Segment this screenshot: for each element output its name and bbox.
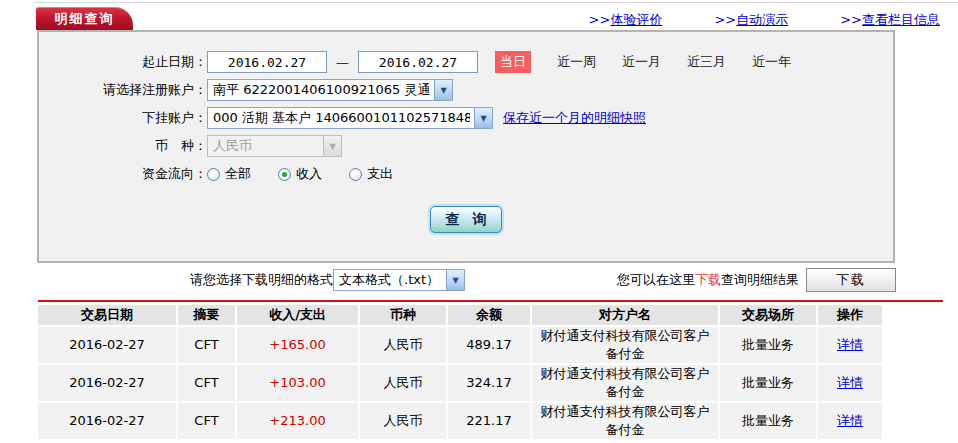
- col-header-currency: 币种: [360, 305, 446, 325]
- table-row: 2016-02-27 CFT +213.00 人民币 221.17 财付通支付科…: [38, 403, 882, 439]
- link-experience-rating[interactable]: >>体验评价: [589, 11, 663, 29]
- date-range-row: 起止日期： — 当日 近一周 近一月 近三月 近一年: [39, 48, 893, 76]
- currency-select-disabled: 人民币 ▼: [207, 135, 342, 157]
- cell-venue: 批量业务: [720, 365, 816, 401]
- register-account-row: 请选择注册账户： 南平 6222001406100921065 灵通卡 ▼: [39, 76, 893, 104]
- download-format-group: 请您选择下载明细的格式 文本格式（.txt） ▼: [190, 267, 465, 293]
- col-header-action: 操作: [818, 305, 882, 325]
- col-header-balance: 余额: [448, 305, 530, 325]
- register-account-label: 请选择注册账户：: [39, 81, 207, 99]
- link-text: 体验评价: [610, 12, 662, 27]
- download-hint-prefix: 您可以在这里: [617, 271, 695, 289]
- link-auto-demo[interactable]: >>自动演示: [714, 11, 788, 29]
- cell-summary: CFT: [178, 365, 235, 401]
- cell-amount: +103.00: [237, 365, 358, 401]
- top-links: >>体验评价 >>自动演示 >>查看栏目信息: [589, 11, 940, 29]
- col-header-amount: 收入/支出: [237, 305, 358, 325]
- cell-currency: 人民币: [360, 403, 446, 439]
- table-row: 2016-02-27 CFT +165.00 人民币 489.17 财付通支付科…: [38, 327, 882, 363]
- cell-summary: CFT: [178, 327, 235, 363]
- cell-counterparty: 财付通支付科技有限公司客户备付金: [532, 327, 718, 363]
- quick-range-year[interactable]: 近一年: [752, 53, 791, 71]
- table-row: 2016-02-27 CFT +103.00 人民币 324.17 财付通支付科…: [38, 365, 882, 401]
- quick-range-week[interactable]: 近一周: [557, 53, 596, 71]
- sub-account-row: 下挂账户： 000 活期 基本户 1406600101102571848 ▼ 保…: [39, 104, 893, 132]
- cell-summary: CFT: [178, 403, 235, 439]
- query-button[interactable]: 查 询: [430, 206, 502, 233]
- flow-option-label: 收入: [296, 165, 322, 183]
- cell-venue: 批量业务: [720, 327, 816, 363]
- cell-venue: 批量业务: [720, 403, 816, 439]
- cell-date: 2016-02-27: [38, 403, 176, 439]
- sub-account-select[interactable]: 000 活期 基本户 1406600101102571848 ▼: [207, 107, 493, 129]
- register-account-select[interactable]: 南平 6222001406100921065 灵通卡 ▼: [207, 79, 453, 101]
- col-header-summary: 摘要: [178, 305, 235, 325]
- cell-counterparty: 财付通支付科技有限公司客户备付金: [532, 365, 718, 401]
- radio-icon: [207, 168, 220, 181]
- col-header-venue: 交易场所: [720, 305, 816, 325]
- flow-option-label: 全部: [225, 165, 251, 183]
- start-date-input[interactable]: [207, 51, 327, 73]
- radio-icon: [349, 168, 362, 181]
- cell-action: 详情: [818, 403, 882, 439]
- download-format-label: 请您选择下载明细的格式: [190, 271, 333, 289]
- quick-range-month[interactable]: 近一月: [622, 53, 661, 71]
- cell-date: 2016-02-27: [38, 327, 176, 363]
- cell-date: 2016-02-27: [38, 365, 176, 401]
- cell-currency: 人民币: [360, 327, 446, 363]
- quick-range-today[interactable]: 当日: [495, 51, 531, 73]
- cell-currency: 人民币: [360, 365, 446, 401]
- end-date-input[interactable]: [358, 51, 478, 73]
- table-separator-line: [38, 300, 943, 302]
- flow-radio-income[interactable]: 收入: [278, 165, 322, 183]
- sub-account-value: 000 活期 基本户 1406600101102571848: [213, 109, 470, 127]
- flow-row: 资金流向： 全部 收入 支出: [39, 160, 893, 188]
- download-hint-suffix: 查询明细结果: [721, 271, 799, 289]
- cell-balance: 221.17: [448, 403, 530, 439]
- chevron-down-icon: ▼: [323, 136, 341, 156]
- cell-amount: +165.00: [237, 327, 358, 363]
- download-hint-group: 您可以在这里下载查询明细结果 下载: [617, 267, 896, 293]
- col-header-date: 交易日期: [38, 305, 176, 325]
- col-header-counterparty: 对方户名: [532, 305, 718, 325]
- tab-detail-query[interactable]: 明细查询: [36, 7, 133, 30]
- date-range-label: 起止日期：: [39, 53, 207, 71]
- query-button-row: 查 询: [39, 206, 893, 233]
- flow-radio-expense[interactable]: 支出: [349, 165, 393, 183]
- currency-label: 币 种：: [39, 137, 207, 155]
- radio-selected-icon: [278, 168, 291, 181]
- query-form: 起止日期： — 当日 近一周 近一月 近三月 近一年 请选择注册账户： 南平 6…: [37, 30, 895, 263]
- quick-range-3months[interactable]: 近三月: [687, 53, 726, 71]
- download-button[interactable]: 下载: [806, 268, 896, 292]
- link-prefix: >>: [589, 12, 611, 27]
- detail-link[interactable]: 详情: [837, 375, 863, 390]
- chevron-down-icon: ▼: [446, 270, 464, 290]
- cell-counterparty: 财付通支付科技有限公司客户备付金: [532, 403, 718, 439]
- chevron-down-icon: ▼: [474, 108, 492, 128]
- link-prefix: >>: [714, 12, 736, 27]
- detail-link[interactable]: 详情: [837, 337, 863, 352]
- transaction-table: 交易日期 摘要 收入/支出 币种 余额 对方户名 交易场所 操作 2016-02…: [36, 303, 884, 441]
- cell-action: 详情: [818, 327, 882, 363]
- link-view-column-info[interactable]: >>查看栏目信息: [840, 11, 940, 29]
- cell-action: 详情: [818, 365, 882, 401]
- table-header-row: 交易日期 摘要 收入/支出 币种 余额 对方户名 交易场所 操作: [38, 305, 882, 325]
- link-text: 自动演示: [736, 12, 788, 27]
- download-format-select[interactable]: 文本格式（.txt） ▼: [333, 269, 465, 291]
- currency-row: 币 种： 人民币 ▼: [39, 132, 893, 160]
- download-row: 请您选择下载明细的格式 文本格式（.txt） ▼ 您可以在这里下载查询明细结果 …: [0, 267, 958, 293]
- flow-label: 资金流向：: [39, 165, 207, 183]
- cell-balance: 324.17: [448, 365, 530, 401]
- flow-radio-all[interactable]: 全部: [207, 165, 251, 183]
- chevron-down-icon: ▼: [434, 80, 452, 100]
- download-inline-link[interactable]: 下载: [695, 271, 721, 289]
- tab-label: 明细查询: [55, 10, 115, 28]
- register-account-value: 南平 6222001406100921065 灵通卡: [213, 81, 430, 99]
- currency-value: 人民币: [213, 137, 319, 155]
- cell-balance: 489.17: [448, 327, 530, 363]
- date-separator: —: [336, 55, 349, 70]
- link-prefix: >>: [840, 12, 862, 27]
- save-snapshot-link[interactable]: 保存近一个月的明细快照: [503, 109, 646, 127]
- detail-link[interactable]: 详情: [837, 413, 863, 428]
- sub-account-label: 下挂账户：: [39, 109, 207, 127]
